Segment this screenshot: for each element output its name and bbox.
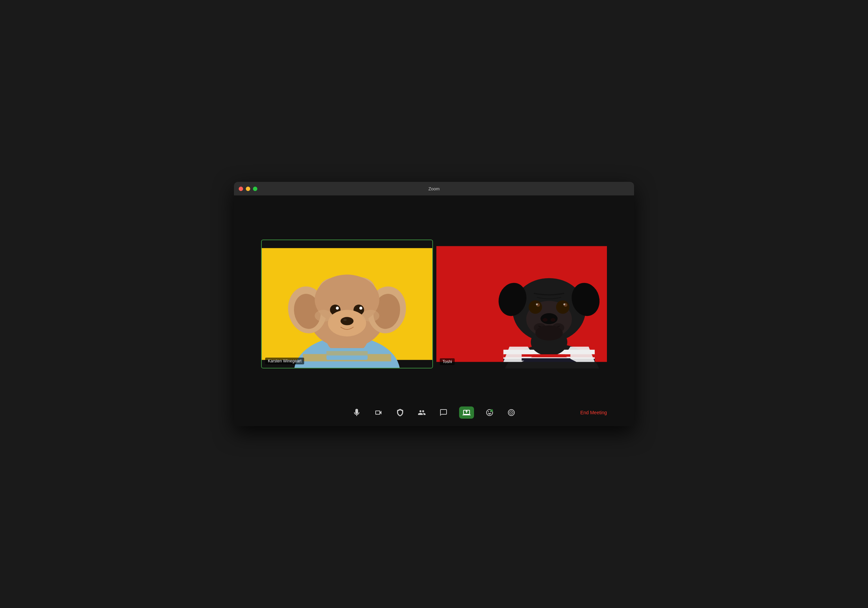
titlebar: Zoom bbox=[234, 182, 634, 196]
zoom-window: Zoom bbox=[234, 182, 634, 426]
svg-rect-24 bbox=[327, 351, 367, 356]
share-screen-icon bbox=[462, 409, 471, 417]
svg-point-21 bbox=[315, 310, 332, 322]
reactions-icon: + bbox=[485, 409, 494, 417]
svg-point-42 bbox=[542, 318, 547, 322]
svg-point-35 bbox=[529, 300, 542, 314]
svg-point-19 bbox=[340, 317, 353, 325]
video-tile-toshi: Toshi bbox=[436, 239, 607, 369]
apps-button[interactable] bbox=[505, 406, 518, 419]
maximize-button[interactable] bbox=[253, 187, 257, 191]
mute-button[interactable] bbox=[350, 406, 363, 419]
mic-icon bbox=[353, 409, 361, 417]
video-tile-karsten: Karsten Winegeart bbox=[261, 239, 433, 369]
svg-point-36 bbox=[556, 300, 570, 314]
participants-button[interactable] bbox=[416, 406, 428, 419]
toolbar: + End Meeting bbox=[261, 399, 607, 426]
traffic-lights bbox=[239, 187, 257, 191]
video-icon bbox=[374, 409, 383, 417]
svg-point-17 bbox=[360, 307, 363, 310]
apps-icon bbox=[507, 409, 515, 417]
svg-text:+: + bbox=[491, 410, 492, 412]
svg-point-41 bbox=[541, 313, 557, 324]
window-title: Zoom bbox=[428, 186, 439, 191]
svg-point-20 bbox=[343, 319, 347, 321]
chat-button[interactable] bbox=[437, 406, 450, 419]
close-button[interactable] bbox=[239, 187, 243, 191]
video-grid: Karsten Winegeart bbox=[261, 209, 607, 399]
svg-rect-47 bbox=[522, 354, 570, 356]
toolbar-controls: + bbox=[350, 406, 518, 419]
security-button[interactable] bbox=[394, 406, 406, 419]
chat-icon bbox=[439, 409, 448, 417]
minimize-button[interactable] bbox=[246, 187, 250, 191]
svg-point-16 bbox=[336, 307, 339, 310]
participant-name-karsten: Karsten Winegeart bbox=[265, 358, 304, 364]
share-screen-button[interactable] bbox=[459, 406, 474, 419]
svg-point-22 bbox=[362, 310, 380, 322]
svg-point-39 bbox=[536, 303, 538, 305]
content-area: Karsten Winegeart bbox=[234, 196, 634, 426]
video-button[interactable] bbox=[372, 406, 384, 419]
end-meeting-button[interactable]: End Meeting bbox=[580, 410, 607, 415]
reactions-button[interactable]: + bbox=[484, 406, 496, 419]
svg-point-40 bbox=[564, 303, 565, 305]
svg-point-46 bbox=[535, 325, 563, 341]
svg-point-52 bbox=[511, 412, 512, 413]
participant-name-toshi: Toshi bbox=[440, 358, 455, 365]
people-icon bbox=[418, 409, 426, 417]
svg-point-43 bbox=[551, 318, 555, 322]
shield-icon bbox=[396, 409, 404, 417]
svg-rect-48 bbox=[522, 358, 570, 361]
